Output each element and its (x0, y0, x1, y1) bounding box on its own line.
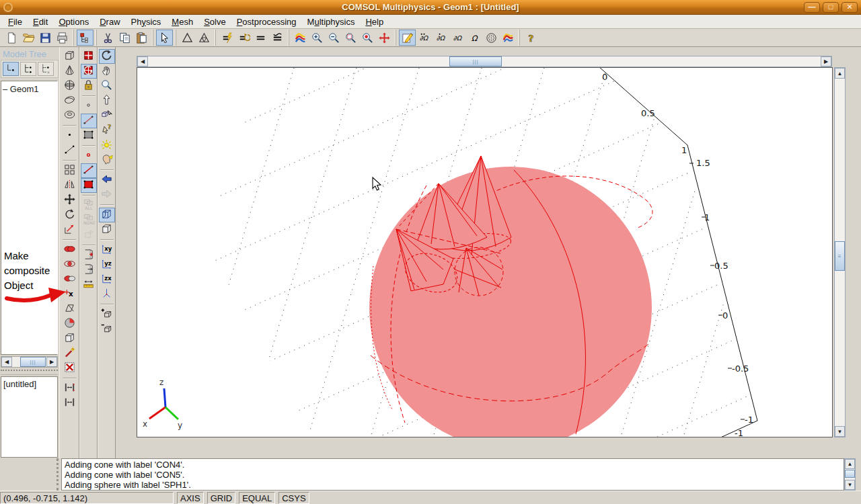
tree-view-2-button[interactable] (20, 62, 36, 76)
scene-light-button[interactable] (99, 138, 115, 153)
refine-mesh-button[interactable] (196, 30, 213, 46)
toggle-equal[interactable]: EQUAL (239, 492, 275, 504)
intersection-button[interactable] (61, 257, 77, 272)
measure-ruler-button[interactable] (81, 278, 97, 292)
menu-help[interactable]: Help (360, 15, 389, 28)
view-back-button[interactable] (99, 173, 115, 187)
subdomain-mode-button[interactable]: Ω (466, 30, 483, 46)
toggle-csys[interactable]: CSYS (278, 492, 309, 504)
scroll-track[interactable]: ||| (148, 56, 821, 67)
draw-rectangle-button[interactable] (81, 128, 97, 143)
scroll-down-icon[interactable]: ▼ (845, 480, 855, 490)
model-navigator-button[interactable] (77, 30, 93, 46)
new-button[interactable] (3, 30, 20, 46)
save-button[interactable] (37, 30, 54, 46)
delete-pair-button[interactable] (61, 396, 77, 411)
scroll-thumb[interactable] (845, 470, 855, 478)
zoom-window-button[interactable] (342, 30, 359, 46)
magic-draw-button[interactable] (61, 346, 77, 361)
scroll-right-icon[interactable]: ▶ (821, 56, 831, 67)
postprocessing-mode-button[interactable] (500, 30, 517, 46)
line-object-button[interactable] (61, 143, 77, 158)
enter-geometry-button[interactable] (81, 248, 97, 263)
pan-view-button[interactable] (99, 64, 115, 79)
tree-view-3-button[interactable] (38, 62, 54, 76)
array-button[interactable] (61, 163, 77, 178)
hidden-line-rendering-button[interactable] (99, 222, 115, 237)
panel-splitter[interactable] (1, 370, 58, 375)
ellipsoid-button[interactable] (61, 93, 77, 108)
viewport-canvas[interactable]: 00.511.510.50-0.5-1-1 (137, 67, 833, 437)
increase-view-scope-button[interactable] (99, 307, 115, 322)
split-object-button[interactable] (61, 317, 77, 331)
menu-mesh[interactable]: Mesh (166, 15, 198, 28)
log-resize-grip[interactable] (57, 458, 61, 491)
copy-button[interactable] (116, 30, 133, 46)
select-objects-button[interactable] (99, 108, 115, 123)
menu-solve[interactable]: Solve (198, 15, 231, 28)
view-xy-button[interactable]: xy (99, 243, 115, 257)
message-log[interactable]: Adding cone with label 'CON4'.Adding con… (61, 458, 844, 491)
scroll-thumb[interactable]: ||| (449, 56, 502, 67)
plot-parameters-button[interactable] (292, 30, 309, 46)
scroll-thumb[interactable]: ||| (20, 357, 46, 367)
scroll-up-icon[interactable]: ▲ (845, 459, 855, 469)
scroll-track[interactable]: ≡ (835, 79, 845, 426)
scroll-left-icon[interactable]: ◀ (1, 357, 12, 367)
pointer-button[interactable] (156, 30, 173, 46)
point-object-button[interactable] (61, 128, 77, 143)
menu-physics[interactable]: Physics (126, 15, 167, 28)
viewport-hscrollbar[interactable]: ◀ ||| ▶ (137, 56, 832, 67)
model-list-panel[interactable]: [untitled] (1, 376, 58, 458)
delete-object-button[interactable] (61, 361, 77, 376)
toggle-grid[interactable]: GRID (207, 492, 236, 504)
scroll-left-icon[interactable]: ◀ (137, 56, 148, 67)
draw-mode-button[interactable] (399, 30, 416, 46)
zoom-out-button[interactable] (326, 30, 342, 46)
rotate-view-button[interactable] (99, 49, 115, 64)
embed-object-button[interactable] (61, 331, 77, 346)
menu-edit[interactable]: Edit (28, 15, 53, 28)
log-scrollbar[interactable]: ▲ ▼ (844, 458, 856, 491)
scroll-track[interactable] (845, 469, 855, 480)
model-tree-list[interactable]: – Geom1 (1, 81, 58, 355)
menu-multiphysics[interactable]: Multiphysics (302, 15, 361, 28)
decrease-view-scope-button[interactable] (99, 322, 115, 337)
scroll-track[interactable]: ||| (12, 357, 46, 367)
viewport-vscrollbar[interactable]: ▲ ≡ ▼ (834, 67, 846, 437)
solver-parameters-button[interactable] (269, 30, 286, 46)
zoom-view-button[interactable] (99, 79, 115, 93)
draw-point-red-button[interactable] (81, 149, 97, 163)
boundary-mode-button[interactable]: ∂Ω (449, 30, 466, 46)
edge-mode-button[interactable]: ∂Ω (433, 30, 449, 46)
menu-postprocessing[interactable]: Postprocessing (231, 15, 302, 28)
view-zx-button[interactable]: zx (99, 272, 115, 287)
scroll-right-icon[interactable]: ▶ (46, 357, 57, 367)
model-tree-hscrollbar[interactable]: ◀ ||| ▶ (1, 356, 58, 368)
draw-line-red-button[interactable] (81, 163, 97, 178)
scroll-up-icon[interactable]: ▲ (835, 68, 845, 79)
menu-draw[interactable]: Draw (94, 15, 125, 28)
point-mode-button[interactable]: ∂Ω (416, 30, 433, 46)
menu-file[interactable]: File (3, 15, 28, 28)
toggle-axis[interactable]: AXIS (177, 492, 204, 504)
block-button[interactable] (61, 49, 77, 64)
move-view-button[interactable] (376, 30, 393, 46)
lock-button[interactable] (81, 79, 97, 93)
mirror-button[interactable] (61, 178, 77, 193)
create-pair-button[interactable] (61, 381, 77, 396)
zoom-extents-button[interactable] (359, 30, 376, 46)
zoom-in-button[interactable] (309, 30, 326, 46)
geometry-view[interactable]: 00.511.510.50-0.5-1-1 (137, 68, 832, 437)
print-button[interactable] (54, 30, 71, 46)
open-button[interactable] (20, 30, 37, 46)
select-grid-rotate-button[interactable] (81, 64, 97, 79)
tree-view-1-button[interactable] (3, 62, 19, 76)
help-button[interactable]: ? (523, 30, 539, 46)
sphere-button[interactable] (61, 79, 77, 93)
view-default-3d-button[interactable] (99, 287, 115, 302)
cone-button[interactable] (61, 64, 77, 79)
restart-button[interactable] (235, 30, 252, 46)
draw-point-button[interactable] (81, 99, 97, 114)
draw-rectangle-red-button[interactable] (81, 178, 97, 193)
